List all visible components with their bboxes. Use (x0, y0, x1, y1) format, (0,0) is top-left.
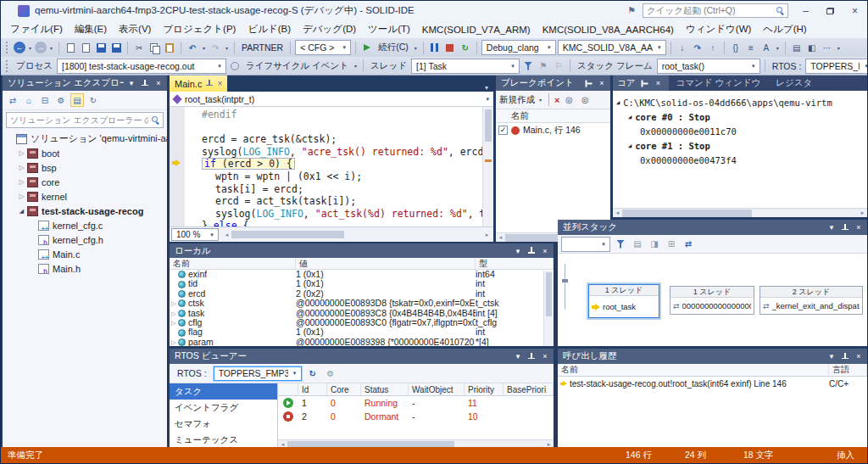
pin-icon[interactable] (638, 77, 650, 89)
home-icon[interactable]: ⌂ (22, 93, 36, 107)
step-out-icon[interactable]: ↑ (706, 41, 720, 54)
restore-button[interactable] (818, 1, 843, 20)
step-over-icon[interactable]: ↷ (691, 41, 704, 54)
parallel-canvas[interactable]: 1 スレッドroot_task1 スレッド⇄0000000000000000..… (558, 254, 867, 346)
scroll-left-icon[interactable]: ◂ (222, 232, 231, 238)
code-line[interactable]: ercd = act_tsk(task[i]); (188, 195, 482, 208)
tree-item[interactable]: ▷kernel (3, 189, 167, 204)
step-into-icon[interactable]: ↓ (676, 41, 689, 54)
column-header[interactable]: Core (327, 383, 361, 395)
zoom-select[interactable]: 100 % ▾ (171, 228, 219, 241)
refresh-icon[interactable]: ↻ (306, 366, 320, 380)
collapse-all-icon[interactable]: ⊟ (38, 93, 52, 107)
tree-item[interactable]: ソリューション 'qemu-virtmini-aarch64-fm (3, 131, 167, 146)
pin-icon[interactable] (205, 79, 214, 89)
code-line[interactable]: #endif (188, 109, 482, 121)
window-position-icon[interactable]: ▾ (512, 350, 524, 362)
editor-vertical-scrollbar[interactable] (482, 107, 493, 226)
copy-icon[interactable] (147, 41, 161, 54)
code-line[interactable]: } else { (188, 220, 482, 226)
core-tree-item[interactable]: 0x00000000e00473f4 (613, 153, 867, 167)
task-row[interactable]: 10Running-11 (278, 396, 554, 410)
column-header[interactable]: 名前 (558, 364, 829, 376)
core-horizontal-scrollbar[interactable]: ◂ ▸ (613, 208, 867, 217)
pin-icon[interactable] (839, 350, 851, 362)
breakpoint-checkbox[interactable]: ✓ (498, 126, 508, 135)
code-line[interactable]: task[i] = ercd; (188, 183, 482, 196)
expander-icon[interactable]: ▷ (17, 164, 26, 171)
tree-item[interactable]: ▷bsp (3, 160, 167, 175)
variable-row[interactable]: ▷param@00000000E0089398 {*00000000E40107… (170, 338, 554, 346)
expander-icon[interactable]: ◢ (628, 143, 632, 149)
chevron-down-icon[interactable]: ▾ (27, 45, 33, 51)
expander-icon[interactable]: ▷ (17, 149, 26, 157)
chevron-down-icon[interactable]: ▾ (353, 63, 359, 69)
save-icon[interactable] (94, 41, 108, 54)
menu-item[interactable]: KMC(SOLID_V7A_ARM) (416, 20, 537, 38)
menu-item[interactable]: 編集(E) (69, 20, 113, 38)
refresh-icon[interactable]: ↻ (86, 93, 100, 107)
menu-item[interactable]: ヘルプ(H) (757, 20, 812, 38)
column-header[interactable]: 名前 (170, 258, 296, 269)
scrollbar-thumb[interactable] (231, 231, 344, 238)
cfg-select[interactable]: < CFG > ▾ (295, 40, 351, 55)
methods-view-icon[interactable]: ◨ (648, 238, 661, 251)
close-icon[interactable]: × (853, 350, 865, 362)
partner-button[interactable]: PARTNER (239, 42, 286, 53)
window-position-icon[interactable]: ▾ (125, 77, 137, 89)
toolbar-options-chevron-icon[interactable]: ▾ (836, 45, 842, 51)
variable-row[interactable]: flag1 (0x1)int (170, 327, 554, 337)
scrollbar-thumb[interactable] (546, 272, 552, 316)
text-tool-icon[interactable]: A (760, 41, 773, 54)
menu-item[interactable]: 表示(V) (113, 20, 157, 38)
new-file-icon[interactable] (64, 41, 77, 54)
zoom-slider[interactable] (561, 259, 569, 315)
rtos-category[interactable]: ミューテックス (170, 432, 277, 448)
rtos-category[interactable]: セマフォ (170, 416, 277, 432)
goto-disassembly-icon[interactable]: ◎ (578, 93, 592, 107)
window-position-icon[interactable]: ▾ (826, 350, 837, 362)
toolbar-grip[interactable] (6, 42, 8, 53)
close-icon[interactable]: × (539, 350, 551, 362)
open-file-icon[interactable] (79, 41, 92, 54)
restart-icon[interactable]: ↻ (459, 41, 472, 54)
code-area[interactable]: #endifercd = acre_tsk(&ctsk);syslog(LOG_… (185, 107, 482, 226)
flag-outline-icon[interactable]: ⚐ (552, 59, 565, 73)
code-line[interactable]: wptn = wptn | (0x1 << i); (188, 171, 482, 183)
scrollbar-thumb[interactable] (485, 109, 492, 142)
column-header[interactable]: 値 (296, 258, 476, 269)
column-header[interactable]: BasePriori (504, 383, 554, 395)
stop-debugging-icon[interactable] (443, 41, 457, 54)
chevron-down-icon[interactable]: ▾ (413, 45, 419, 51)
column-header[interactable]: 言語 (829, 364, 867, 376)
delete-breakpoint-icon[interactable]: × (554, 95, 559, 105)
expander-icon[interactable]: ▷ (17, 193, 26, 200)
column-header[interactable]: 型 (476, 258, 554, 269)
variable-row[interactable]: ▷task@00000000E00893C8 {0x4B4B4B4B,0x4B4… (170, 309, 554, 318)
close-icon[interactable]: × (853, 221, 865, 233)
code-line[interactable]: if (ercd > 0) { (188, 158, 482, 171)
redo-icon[interactable]: ↷ (209, 41, 222, 54)
code-line[interactable] (188, 121, 482, 134)
navigate-forward-icon[interactable]: → (35, 42, 47, 53)
editor-gutter[interactable] (170, 107, 185, 226)
scroll-right-icon[interactable]: ▸ (858, 210, 867, 216)
filter-icon[interactable] (614, 238, 627, 251)
variable-row[interactable]: exinf1 (0x1)int64 (170, 270, 554, 279)
code-line[interactable]: syslog(LOG_INFO, "acre_tsk() returned: %… (188, 146, 482, 159)
tree-item[interactable]: ▷boot (3, 146, 167, 160)
code-line[interactable]: ercd = acre_tsk(&ctsk); (188, 133, 482, 146)
menu-item[interactable]: KMC(SOLID_V8A_AARCH64) (537, 20, 680, 38)
chevron-down-icon[interactable]: ▾ (537, 97, 543, 103)
core-tree-item[interactable]: 0x00000000e0011c70 (613, 124, 867, 138)
flagged-threads-icon[interactable]: ⚑ (537, 59, 550, 73)
toolbar-grip[interactable] (6, 60, 8, 72)
feedback-flag-icon[interactable]: ⚑ (627, 5, 636, 16)
column-header[interactable] (278, 383, 298, 395)
stack-frame-box[interactable]: 2 スレッド⇄_kernel_exit_and_dispatch (760, 286, 863, 315)
continue-button[interactable]: 続行(C) (376, 42, 411, 53)
new-breakpoint-button[interactable]: 新規作成 (499, 94, 535, 106)
scroll-right-icon[interactable]: ▸ (482, 232, 492, 238)
tree-item[interactable]: kernel_cfg.h (3, 232, 167, 247)
tree-item[interactable]: Main.c (3, 247, 167, 261)
